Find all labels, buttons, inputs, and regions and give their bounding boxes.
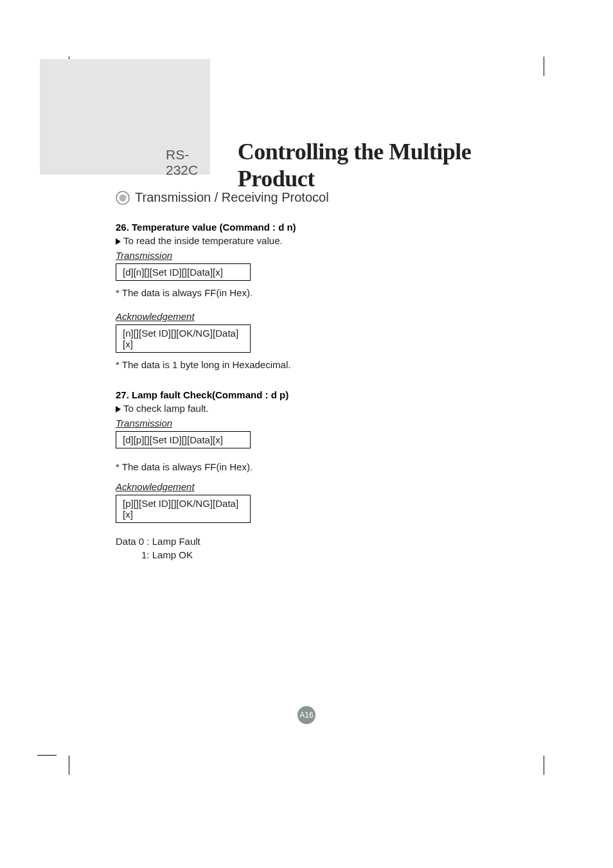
command-description: To read the inside temperature value. xyxy=(116,235,529,246)
command-block: 27. Lamp fault Check(Command : d p) To c… xyxy=(116,389,529,562)
acknowledgement-code: [p][][Set ID][][OK/NG][Data][x] xyxy=(116,495,251,523)
transmission-label: Transmission xyxy=(116,250,529,261)
content-section: Transmission / Receiving Protocol 26. Te… xyxy=(116,190,529,562)
transmission-note: * The data is always FF(in Hex). xyxy=(116,287,529,298)
bullet-circle-icon xyxy=(116,191,130,205)
page-number: A16 xyxy=(299,711,313,720)
page-title: Controlling the Multiple Product xyxy=(238,138,544,192)
arrow-right-icon xyxy=(116,238,121,245)
rs232c-label: RS-232C xyxy=(166,147,220,178)
crop-mark xyxy=(544,57,544,76)
acknowledgement-code: [n][][Set ID][][OK/NG][Data][x] xyxy=(116,324,251,353)
arrow-right-icon xyxy=(116,406,121,412)
transmission-code: [d][n][][Set ID][][Data][x] xyxy=(116,263,251,281)
transmission-label: Transmission xyxy=(116,418,529,429)
command-title: 27. Lamp fault Check(Command : d p) xyxy=(116,389,529,400)
transmission-note: * The data is always FF(in Hex). xyxy=(116,461,529,472)
transmission-code: [d][p][][Set ID][][Data][x] xyxy=(116,431,251,448)
document-page: RS-232C Controlling the Multiple Product… xyxy=(0,0,613,868)
svg-point-1 xyxy=(120,194,127,201)
crop-mark xyxy=(69,756,69,775)
acknowledgement-note: * The data is 1 byte long in Hexadecimal… xyxy=(116,359,529,370)
page-number-badge: A16 xyxy=(298,706,315,724)
command-title: 26. Temperature value (Command : d n) xyxy=(116,222,529,233)
command-description: To check lamp fault. xyxy=(116,403,529,414)
subheader-text: Transmission / Receiving Protocol xyxy=(135,190,329,205)
command-desc-text: To read the inside temperature value. xyxy=(123,235,283,246)
subheader-row: Transmission / Receiving Protocol xyxy=(116,190,529,205)
data-value-line: Data 0 : Lamp Fault xyxy=(116,535,529,548)
data-values: Data 0 : Lamp Fault 1: Lamp OK xyxy=(116,535,529,562)
crop-mark xyxy=(544,756,544,775)
acknowledgement-label: Acknowledgement xyxy=(116,311,529,322)
command-block: 26. Temperature value (Command : d n) To… xyxy=(116,222,529,370)
crop-mark xyxy=(37,755,57,756)
header-row: RS-232C Controlling the Multiple Product xyxy=(116,138,544,192)
data-value-line: 1: Lamp OK xyxy=(141,548,529,562)
acknowledgement-label: Acknowledgement xyxy=(116,481,529,492)
command-desc-text: To check lamp fault. xyxy=(123,403,209,414)
